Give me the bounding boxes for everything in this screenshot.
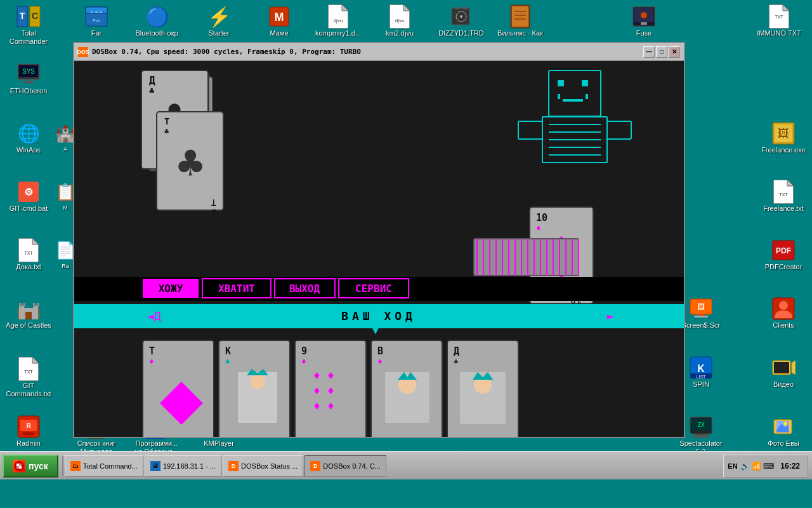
svg-text:♦: ♦ [149, 357, 154, 366]
svg-text:ВАШ  ХОД: ВАШ ХОД [341, 309, 416, 323]
svg-rect-50 [25, 312, 32, 319]
desktop-icon-immuno[interactable]: TXT IMMUNO.TXT [754, 1, 804, 40]
desktop-icon-foto[interactable]: Фото Евы [758, 411, 809, 450]
svg-text:Т: Т [164, 116, 169, 126]
svg-text:♦: ♦ [377, 357, 383, 366]
icon-label: Fuse [636, 29, 652, 37]
desktop-icon-ethoberon[interactable]: SYS ETHOberon [3, 59, 54, 98]
icon-label: A [63, 146, 67, 153]
doka-icon: TXT [16, 237, 41, 263]
svg-text:Д: Д [149, 74, 155, 86]
icon-label: Radmin [16, 439, 41, 448]
svg-rect-95 [693, 435, 709, 438]
icon-label: Far [91, 29, 102, 37]
desktop-icon-gitcmd[interactable]: ⚙ GIT-cmd.bat [3, 177, 54, 215]
svg-rect-117 [558, 80, 564, 86]
desktop-icon-git-commands[interactable]: TXT GIT Commands.txt [3, 354, 54, 401]
svg-text:M: M [275, 11, 284, 23]
desktop-icon-partial-m[interactable]: 📋 M [56, 177, 75, 214]
svg-text:♦: ♦ [536, 224, 541, 233]
desktop: T C Total Commander = = = Far Far 🔵 Blue… [0, 0, 812, 479]
lang-indicator: EN [728, 462, 737, 470]
svg-text:◄: ◄ [150, 283, 157, 295]
start-icon [13, 460, 25, 472]
dosbox-maximize-btn[interactable]: □ [656, 46, 667, 58]
icon-label: IMMUNO.TXT [757, 29, 801, 37]
dosbox-minimize-btn[interactable]: — [643, 46, 655, 58]
icon-label: PDFCreator [765, 263, 802, 271]
dosbox-title-cpu: DOSBox 0.74, Cpu speed: [92, 48, 188, 56]
svg-text:♦: ♦ [327, 384, 334, 398]
icon-label: Freelance.txt [763, 204, 804, 213]
desktop-icon-doka[interactable]: TXT Дока.txt [3, 235, 54, 274]
svg-rect-20 [463, 7, 467, 10]
desktop-icon-williams[interactable]: Вильямс - Как [495, 1, 546, 40]
start-button[interactable]: пуск [3, 455, 58, 478]
taskbar-item-dosbox-status[interactable]: D DOSBox Status ... [223, 455, 303, 477]
desktop-icon-fuse[interactable]: Fuse [619, 1, 669, 40]
clients-icon [771, 296, 796, 321]
dosbox-content: Д ♣ ♣ Д ♣ Т ♣ Т ♣ ♣ [74, 61, 684, 437]
desktop-icon-far[interactable]: = = = Far Far [71, 1, 122, 40]
svg-marker-90 [792, 361, 796, 375]
gitcmd-icon: ⚙ [16, 179, 41, 204]
svg-text:TXT: TXT [24, 370, 33, 374]
taskbar-dosbox-status-label: DOSBox Status ... [241, 462, 298, 470]
desktop-icon-mame[interactable]: M Маме [254, 1, 304, 40]
svg-text:ХОЖУ: ХОЖУ [159, 283, 183, 295]
svg-rect-81 [694, 316, 708, 318]
icon-label: KMPlayer [204, 439, 234, 448]
icon-label: GIT-cmd.bat [10, 204, 48, 213]
desktop-icon-clients[interactable]: Clients [758, 293, 809, 332]
desktop-icon-partial-r[interactable]: 📄 Ra [56, 235, 75, 272]
icon-label: GIT Commands.txt [6, 382, 51, 398]
desktop-icon-starter[interactable]: ⚡ Starter [193, 1, 244, 40]
dosbox-title-text: DOSBox 0.74, Cpu speed: 3000 cycles, Fra… [92, 48, 643, 56]
desktop-icon-freelance-txt[interactable]: TXT Freelance.txt [758, 177, 809, 215]
icon-label: Маме [270, 29, 288, 37]
svg-text:ZX: ZX [698, 422, 705, 428]
taskbar-item-dosbox-game[interactable]: D DOSBox 0.74, C... [304, 455, 386, 477]
taskbar-tc-label: Total Command... [83, 462, 138, 470]
taskbar-item-rdp[interactable]: 🖥 192.168.31.1 - ... [145, 455, 221, 477]
desktop-icon-age-of-castles[interactable]: Age of Castles [3, 293, 54, 332]
desktop-icon-partial-a[interactable]: 🏰 A [56, 118, 75, 156]
svg-text:🖼: 🖼 [778, 127, 789, 140]
desktop-icon-video[interactable]: Видео [758, 352, 809, 391]
svg-rect-216 [19, 466, 22, 469]
svg-text:Far: Far [93, 18, 100, 23]
svg-text:♦: ♦ [313, 399, 320, 413]
svg-text:⚙: ⚙ [24, 187, 33, 197]
svg-text:TXT: TXT [779, 192, 788, 197]
taskbar-item-tc[interactable]: 🗂 Total Command... [65, 455, 143, 477]
desktop-icon-freelance-exe[interactable]: 🖼 Freelance.exe [758, 118, 809, 157]
icon-label: Starter [208, 29, 229, 37]
svg-text:СЕРВИС: СЕРВИС [355, 283, 392, 295]
taskbar-clock: 16:22 [776, 462, 804, 471]
screens-icon: 🖼 [688, 296, 714, 321]
video-icon [771, 355, 796, 380]
svg-text:К: К [225, 345, 231, 357]
desktop-icon-km2[interactable]: djvu km2.djvu [374, 1, 425, 40]
desktop-icon-dizzyd[interactable]: DIZZYD1.TRD [436, 1, 487, 40]
icon-label: Clients [773, 321, 794, 330]
svg-text:♠: ♠ [225, 357, 230, 366]
svg-rect-120 [563, 99, 583, 102]
radmin-icon: R [16, 414, 41, 439]
dosbox-close-btn[interactable]: ✕ [669, 46, 680, 58]
svg-rect-119 [558, 94, 560, 99]
mame-icon: M [266, 4, 292, 29]
partial-m-icon: 📋 [56, 179, 75, 204]
desktop-icon-winaos[interactable]: 🌐 WinAos [3, 118, 54, 157]
git-commands-icon: TXT [16, 356, 41, 382]
svg-point-100 [783, 422, 787, 425]
desktop-icon-total-commander[interactable]: T C Total Commander [3, 1, 54, 48]
desktop-icon-kompmiry[interactable]: djvu kompmiry1.d... [313, 1, 363, 40]
svg-rect-56 [23, 432, 34, 435]
svg-text:◄Д: ◄Д [147, 309, 161, 323]
desktop-icon-pdfcreator[interactable]: PDF PDFCreator [758, 235, 809, 274]
immuno-icon: TXT [766, 4, 792, 29]
desktop-icon-bluetooth[interactable]: 🔵 Bluetooth-окр [131, 1, 182, 40]
desktop-icon-radmin[interactable]: R Radmin [3, 411, 54, 450]
taskbar-divider [62, 456, 63, 476]
